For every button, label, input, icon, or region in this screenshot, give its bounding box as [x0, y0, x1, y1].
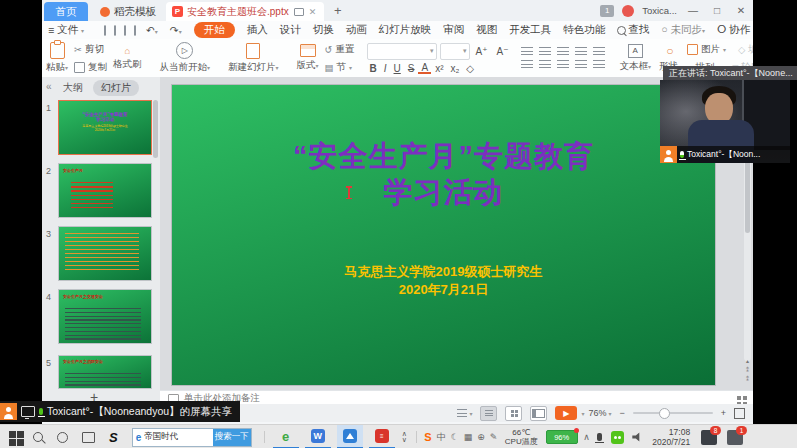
decrease-indent-button[interactable]	[557, 47, 569, 56]
tray-microphone-icon[interactable]	[597, 433, 602, 441]
print-preview-icon[interactable]	[134, 25, 136, 36]
tab-docer-templates[interactable]: 稻壳模板	[92, 2, 164, 21]
font-name-combo[interactable]: ▾	[367, 43, 437, 60]
message-notification-icon[interactable]: 8	[701, 430, 717, 445]
tray-tools-icon[interactable]: ✎	[490, 432, 498, 442]
prev-next-slide-buttons[interactable]: ▴⁑⁑	[743, 357, 752, 384]
sync-status[interactable]: ○ 未同步▾	[661, 23, 705, 37]
notes-toggle-icon[interactable]: ▾	[457, 409, 472, 418]
output-icon[interactable]	[114, 25, 116, 36]
align-left-button[interactable]	[521, 60, 533, 69]
slide-subtitle-line1[interactable]: 马克思主义学院2019级硕士研究生	[172, 263, 715, 281]
bold-button[interactable]: B	[367, 63, 380, 74]
web-search-text[interactable]: 帝国时代	[144, 431, 212, 443]
taskbar-app-meeting-active[interactable]	[337, 425, 363, 448]
file-menu[interactable]: ≡ 文件 ▾	[48, 23, 84, 37]
account-name[interactable]: Toxica...	[642, 5, 677, 16]
outline-tab[interactable]: 大纲	[63, 81, 83, 95]
normal-view-button[interactable]	[480, 406, 497, 421]
webcam-video-window[interactable]: Toxicant°-【Noon...	[660, 80, 790, 163]
start-button[interactable]	[9, 431, 16, 438]
close-document-icon[interactable]: ✕	[309, 7, 317, 17]
strikethrough-button[interactable]: S	[405, 63, 418, 74]
tray-expand-icon[interactable]: ∧	[583, 432, 590, 442]
paste-button[interactable]: 粘贴▾	[42, 42, 72, 74]
tray-moon-icon[interactable]: ☾	[451, 432, 459, 442]
picture-button[interactable]: 图片▾	[685, 42, 728, 57]
tab-slideshow[interactable]: 幻灯片放映	[379, 23, 432, 37]
tab-document-active[interactable]: P 安全教育主题班会.pptx ✕	[166, 2, 324, 21]
cut-button[interactable]: ✂剪切	[72, 42, 106, 57]
zoom-slider[interactable]	[633, 412, 713, 414]
bullet-list-button[interactable]	[521, 47, 533, 56]
comment-icon[interactable]	[294, 8, 304, 16]
slide-title-line2[interactable]: 学习活动	[172, 173, 715, 213]
font-size-combo[interactable]: ▾	[440, 43, 470, 60]
format-painter-button[interactable]: ⌂ 格式刷	[109, 45, 146, 71]
web-search-button[interactable]: 搜索一下	[213, 429, 251, 446]
tray-ime-icon[interactable]: S	[424, 431, 431, 443]
app-icon-s[interactable]: S	[109, 430, 118, 445]
font-color-button[interactable]: A	[418, 63, 431, 74]
tray-user-icon[interactable]: ⊕	[477, 432, 485, 442]
save-icon[interactable]	[104, 25, 106, 36]
print-icon[interactable]	[124, 25, 126, 36]
increase-font-button[interactable]: A⁺	[473, 46, 491, 57]
line-spacing-button[interactable]	[593, 47, 605, 56]
zoom-in-button[interactable]: +	[721, 408, 726, 418]
slide-subtitle-line2[interactable]: 2020年7月21日	[172, 281, 715, 299]
tab-start[interactable]: 开始	[194, 22, 235, 38]
new-slide-button[interactable]: 新建幻灯片▾	[224, 43, 283, 74]
slide-canvas[interactable]: “安全生产月”专题教育 学习活动 马克思主义学院2019级硕士研究生 2020年…	[172, 85, 715, 385]
fit-to-window-icon[interactable]	[734, 408, 745, 419]
slideshow-play-button[interactable]: ▶	[555, 406, 577, 420]
text-direction-button[interactable]	[593, 60, 605, 69]
slide-sorter-view-button[interactable]	[505, 406, 522, 421]
tab-review[interactable]: 审阅	[443, 23, 464, 37]
superscript-button[interactable]: x²	[432, 63, 446, 74]
number-list-button[interactable]	[539, 47, 551, 56]
tray-wechat-icon[interactable]	[611, 431, 624, 444]
reset-button[interactable]: ↺重置	[323, 42, 357, 57]
slide-1-thumbnail[interactable]: “安全生产月”专题教育学习活动 马克思主义学院2019级硕士研究生2020年7月…	[58, 100, 152, 155]
action-center-icon[interactable]: 1	[727, 430, 743, 445]
tray-keyboard-icon[interactable]: ▦	[464, 432, 473, 442]
new-tab-button[interactable]: +	[334, 3, 342, 18]
slide-4-thumbnail[interactable]: 安全生产月之交通安全	[58, 289, 152, 344]
notes-bar[interactable]: 单击此处添加备注	[160, 390, 753, 405]
task-view-icon[interactable]	[82, 432, 95, 443]
slide-5-thumbnail[interactable]: 安全生产月之消防安全	[58, 355, 152, 389]
text-box-button[interactable]: A 文本框▾	[615, 44, 655, 73]
zoom-percent[interactable]: 76%▾	[588, 408, 611, 418]
tab-insert[interactable]: 插入	[247, 23, 268, 37]
slide-title-line1[interactable]: “安全生产月”专题教育	[172, 137, 715, 177]
slide-sorter-icon[interactable]	[737, 396, 741, 400]
minimize-button[interactable]: —	[685, 5, 701, 16]
search-box[interactable]: 查找	[617, 23, 649, 37]
zoom-out-button[interactable]: −	[619, 408, 624, 418]
notification-badge[interactable]: 1	[600, 5, 614, 17]
tray-volume-icon[interactable]	[632, 432, 642, 442]
align-right-button[interactable]	[557, 60, 569, 69]
play-from-current-button[interactable]: ▷ 从当前开始▾	[156, 42, 215, 74]
battery-indicator[interactable]: 96%	[546, 430, 578, 444]
tab-view[interactable]: 视图	[476, 23, 497, 37]
italic-button[interactable]: I	[381, 63, 390, 74]
taskbar-clock[interactable]: 17:082020/7/21	[652, 427, 690, 447]
fill-button[interactable]: ◇填充▾	[736, 42, 753, 57]
tab-wps-home[interactable]: 首页	[44, 2, 88, 21]
close-button[interactable]: ✕	[733, 5, 749, 16]
section-button[interactable]: ▤节▾	[323, 60, 355, 75]
tab-special-features[interactable]: 特色功能	[563, 23, 605, 37]
taskbar-scroll-arrows[interactable]: ∧∨	[402, 431, 407, 443]
maximize-button[interactable]: □	[709, 5, 725, 16]
increase-indent-button[interactable]	[575, 47, 587, 56]
taskbar-app-wps[interactable]: W	[305, 425, 331, 448]
layout-button[interactable]: 版式▾	[293, 44, 323, 72]
web-search-box[interactable]: e 帝国时代 搜索一下	[132, 428, 252, 447]
tab-design[interactable]: 设计	[280, 23, 301, 37]
tab-transition[interactable]: 切换	[313, 23, 334, 37]
account-avatar[interactable]	[622, 5, 634, 17]
collaborate-button[interactable]: ⵔ 协作	[717, 23, 750, 37]
taskbar-search-icon[interactable]	[33, 432, 43, 442]
